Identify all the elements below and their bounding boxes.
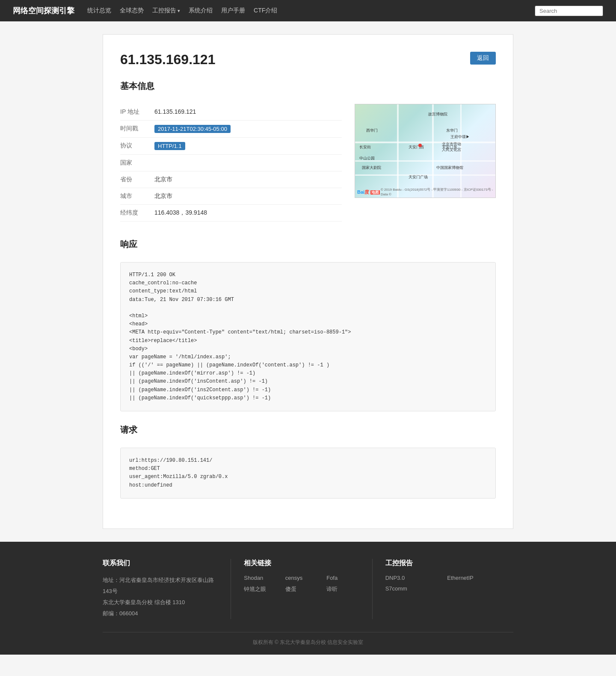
footer-link-fofa[interactable]: Fofa [326, 575, 359, 581]
map-label-8: 中山公园 [359, 156, 375, 161]
footer-link-shadan[interactable]: 傻蛋 [285, 585, 318, 593]
map-area: 故宫博物院 西华门 东华门 王府中環▶ 长安街 天安门西 天安门东 中山公园 北… [355, 104, 496, 198]
value-city: 北京市 [154, 192, 342, 200]
map-placeholder: 故宫博物院 西华门 东华门 王府中環▶ 长安街 天安门西 天安门东 中山公园 北… [355, 104, 495, 198]
footer-postal: 邮编：066004 [103, 608, 218, 619]
protocol-badge: HTTP/1.1 [154, 142, 185, 150]
footer-contact-title: 联系我们 [103, 559, 218, 568]
footer-report-grid: DNP3.0 EthernetIP S7comm [385, 575, 500, 592]
footer-report-title: 工控报告 [385, 559, 500, 568]
value-ip: 61.135.169.121 [154, 108, 342, 116]
ip-header: 61.135.169.121 返回 [120, 52, 496, 68]
value-province: 北京市 [154, 176, 342, 183]
info-table: IP 地址 61.135.169.121 时间戳 2017-11-21T02:3… [120, 104, 342, 221]
map-label-2: 西华门 [366, 128, 378, 133]
footer-copyright-text: 版权所有 © 东北大学秦皇岛分校 信息安全实验室 [253, 639, 364, 645]
value-country [154, 159, 342, 167]
footer-address-line1: 地址：河北省秦皇岛市经济技术开发区泰山路143号 [103, 575, 218, 597]
footer-links-grid: Shodan censys Fofa 钟馗之眼 傻蛋 谛听 [244, 575, 359, 593]
footer-address-line2: 东北大学秦皇岛分校 综合楼 1310 [103, 597, 218, 608]
label-city: 城市 [120, 192, 154, 200]
back-button[interactable]: 返回 [470, 52, 496, 65]
map-label-1: 故宫博物院 [428, 112, 447, 117]
request-title: 请求 [120, 424, 496, 439]
footer-report-section: 工控报告 DNP3.0 EthernetIP S7comm [385, 559, 513, 619]
footer-link-shodan[interactable]: Shodan [244, 575, 276, 581]
footer-link-ethernetip[interactable]: EthernetIP [447, 575, 500, 581]
map-marker [418, 144, 422, 147]
navbar-search [535, 6, 603, 16]
info-row-protocol: 协议 HTTP/1.1 [120, 138, 342, 155]
basic-info-section: IP 地址 61.135.169.121 时间戳 2017-11-21T02:3… [120, 104, 496, 221]
label-ip: IP 地址 [120, 108, 154, 116]
label-country: 国家 [120, 159, 154, 167]
footer-links-title: 相关链接 [244, 559, 359, 568]
search-input[interactable] [535, 6, 603, 16]
navbar-nav: 统计总览 全球态势 工控报告 系统介绍 用户手册 CTF介绍 [87, 5, 535, 17]
footer-link-s7comm[interactable]: S7comm [385, 585, 439, 592]
map-copyright: © 2019 Baidu - GS(2018)5572号 - 甲测资字11009… [381, 188, 495, 197]
map-baidu-logo: Bai度 地图 [357, 189, 380, 195]
footer-link-diting[interactable]: 谛听 [326, 585, 359, 593]
footer-link-dnp3[interactable]: DNP3.0 [385, 575, 439, 581]
footer-link-zhongkui[interactable]: 钟馗之眼 [244, 585, 276, 593]
info-row-country: 国家 [120, 155, 342, 171]
footer-links-section: 相关链接 Shodan censys Fofa 钟馗之眼 傻蛋 谛听 [244, 559, 372, 619]
label-timestamp: 时间戳 [120, 125, 154, 133]
ip-title: 61.135.169.121 [120, 52, 215, 68]
info-row-coords: 经纬度 116.4038，39.9148 [120, 205, 342, 221]
footer-address: 地址：河北省秦皇岛市经济技术开发区泰山路143号 东北大学秦皇岛分校 综合楼 1… [103, 575, 218, 619]
basic-info-title: 基本信息 [120, 80, 496, 95]
response-code-block: HTTP/1.1 200 OK cache_control:no-cache c… [120, 262, 496, 411]
footer-copyright: 版权所有 © 东北大学秦皇岛分校 信息安全实验室 [103, 632, 513, 646]
map-label-3: 东华门 [446, 128, 458, 133]
timestamp-badge: 2017-11-21T02:30:45-05:00 [154, 125, 231, 133]
info-row-province: 省份 北京市 [120, 171, 342, 188]
top-navbar: 网络空间探测引擎 统计总览 全球态势 工控报告 系统介绍 用户手册 CTF介绍 [0, 0, 616, 21]
map-label-10: 国家大剧院 [362, 165, 381, 171]
nav-dropdown-report[interactable]: 工控报告 [152, 7, 180, 15]
footer-contact: 联系我们 地址：河北省秦皇岛市经济技术开发区泰山路143号 东北大学秦皇岛分校 … [103, 559, 231, 619]
map-label-5: 长安街 [359, 145, 371, 150]
map-label-4: 王府中環▶ [450, 134, 470, 140]
map-label-11: 中国国家博物馆 [436, 165, 463, 171]
main-container: 61.135.169.121 返回 基本信息 IP 地址 61.135.169.… [103, 34, 513, 529]
map-label-12: 天安门广场 [409, 174, 428, 180]
value-protocol: HTTP/1.1 [154, 142, 342, 150]
label-coords: 经纬度 [120, 209, 154, 217]
navbar-brand[interactable]: 网络空间探测引擎 [13, 6, 74, 16]
value-timestamp: 2017-11-21T02:30:45-05:00 [154, 125, 342, 133]
value-coords: 116.4038，39.9148 [154, 209, 342, 217]
nav-link-manual[interactable]: 用户手册 [221, 5, 245, 17]
info-row-timestamp: 时间戳 2017-11-21T02:30:45-05:00 [120, 121, 342, 138]
nav-link-global[interactable]: 全球态势 [120, 5, 144, 17]
label-province: 省份 [120, 176, 154, 183]
info-row-city: 城市 北京市 [120, 188, 342, 205]
footer: 联系我们 地址：河北省秦皇岛市经济技术开发区泰山路143号 东北大学秦皇岛分校 … [0, 542, 616, 655]
nav-link-statistics[interactable]: 统计总览 [87, 5, 111, 17]
response-title: 响应 [120, 239, 496, 254]
map-label-9: 北京市劳动人民文化宫 [442, 142, 461, 153]
label-protocol: 协议 [120, 142, 154, 150]
request-code-block: url:https://190.80.151.141/ method:GET u… [120, 448, 496, 499]
footer-grid: 联系我们 地址：河北省秦皇岛市经济技术开发区泰山路143号 东北大学秦皇岛分校 … [103, 559, 513, 619]
nav-link-ctf[interactable]: CTF介绍 [254, 5, 277, 17]
nav-link-intro[interactable]: 系统介绍 [189, 5, 213, 17]
footer-link-censys[interactable]: censys [285, 575, 318, 581]
info-row-ip: IP 地址 61.135.169.121 [120, 104, 342, 121]
